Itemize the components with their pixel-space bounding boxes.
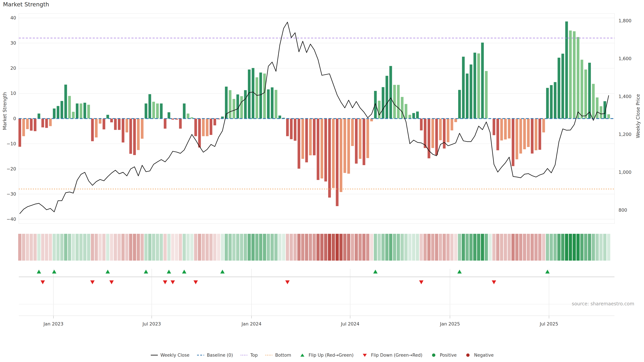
heatmap-cell	[259, 234, 262, 261]
heatmap-cell	[114, 234, 117, 261]
heatmap-cell	[358, 234, 362, 261]
heatmap-cell	[519, 234, 522, 261]
heatmap-cell	[561, 234, 564, 261]
strength-bar	[256, 77, 258, 118]
left-axis-title: Market Strength	[2, 67, 8, 155]
heatmap-cell	[267, 234, 270, 261]
heatmap-cell	[565, 234, 568, 261]
heatmap-cell	[68, 234, 71, 261]
legend-item-circle[interactable]: Positive	[430, 353, 457, 358]
strength-bar	[126, 119, 128, 133]
heatmap-cell	[508, 234, 511, 261]
strength-bar	[290, 119, 293, 139]
strength-bar	[359, 119, 362, 159]
page-root: Market Strength Market Strength Weekly C…	[0, 0, 644, 362]
heatmap-cell	[600, 234, 602, 261]
heatmap-cell	[225, 234, 228, 261]
heatmap-cell	[550, 234, 553, 261]
x-axis-tick-label: Jul 2024	[340, 321, 360, 327]
strength-bar	[428, 119, 430, 158]
flip-up-marker	[457, 270, 462, 274]
heatmap-cell	[41, 234, 44, 261]
flip-up-marker	[373, 270, 378, 274]
heatmap-cell	[496, 234, 499, 261]
heatmap-cell	[427, 234, 430, 261]
legend-item-line[interactable]: Weekly Close	[150, 353, 190, 358]
strength-bar	[390, 66, 392, 119]
heatmap-cell	[164, 234, 167, 261]
heatmap-cell	[424, 234, 427, 261]
strength-bar	[206, 119, 208, 136]
heatmap-cell	[515, 234, 518, 261]
strength-bar	[18, 119, 21, 147]
heatmap-cell	[118, 234, 121, 261]
heatmap-cell	[531, 234, 534, 261]
strength-bar	[450, 119, 453, 131]
heatmap-cell	[133, 234, 136, 261]
strength-bar	[45, 119, 48, 128]
legend-label: Weekly Close	[160, 353, 190, 358]
flip-up-marker	[144, 270, 148, 274]
legend-label: Baseline (0)	[207, 353, 233, 358]
strength-bar	[152, 102, 155, 119]
heatmap-cell	[527, 234, 530, 261]
heatmap-cell	[270, 234, 274, 261]
legend-item-triangle-up[interactable]: Flip Up (Red→Green)	[298, 353, 354, 358]
strength-bar	[351, 119, 354, 146]
legend-item-dot[interactable]: Bottom	[265, 353, 291, 358]
strength-bar	[26, 119, 29, 129]
strength-bar	[447, 119, 450, 142]
heatmap-cell	[492, 234, 496, 261]
strength-bar	[232, 99, 235, 118]
heatmap-cell	[140, 234, 144, 261]
left-axis-tick-label: −10	[6, 141, 16, 146]
strength-bar	[527, 119, 530, 147]
strength-bar	[229, 90, 232, 119]
strength-bar	[569, 30, 572, 118]
strength-bars	[18, 21, 610, 206]
heatmap-cell	[183, 234, 186, 261]
heatmap-cell	[592, 234, 595, 261]
heatmap-cell	[332, 234, 335, 261]
heatmap-cell	[122, 234, 124, 261]
legend-item-dot[interactable]: Top	[240, 353, 258, 358]
heatmap-cell	[366, 234, 369, 261]
heatmap-cell	[98, 234, 102, 261]
heatmap-cell	[381, 234, 384, 261]
strength-bar	[72, 112, 75, 119]
strength-bar	[474, 53, 476, 118]
strength-bar	[263, 73, 266, 119]
circle-swatch-icon	[430, 353, 438, 358]
strength-bar	[397, 85, 400, 118]
strength-bar	[336, 119, 338, 206]
heatmap-cell	[45, 234, 48, 261]
heatmap-cell	[244, 234, 247, 261]
strength-bar	[118, 119, 120, 130]
strength-bar	[477, 53, 480, 119]
heatmap-cell	[228, 234, 232, 261]
legend-item-dash[interactable]: Baseline (0)	[197, 353, 233, 358]
heatmap-cell	[324, 234, 327, 261]
right-axis-tick-label: 1,600	[618, 56, 632, 61]
strength-bar	[137, 119, 140, 150]
right-axis-tick-label: 1,000	[618, 170, 632, 175]
x-axis-tick-label: Jan 2023	[43, 321, 64, 327]
legend-label: Negative	[474, 353, 494, 358]
strength-bar	[592, 84, 595, 118]
strength-bar	[431, 119, 434, 148]
strength-bar	[554, 82, 556, 119]
strength-bar	[535, 119, 537, 150]
legend-item-circle[interactable]: Negative	[464, 353, 494, 358]
heatmap-cell	[408, 234, 412, 261]
line-swatch-icon	[150, 353, 158, 358]
strength-bar	[355, 119, 358, 164]
strength-bar	[313, 119, 316, 155]
heatmap-cell	[94, 234, 98, 261]
heatmap-cell	[580, 234, 584, 261]
strength-bar	[187, 113, 189, 118]
heatmap-cell	[362, 234, 366, 261]
legend-label: Bottom	[275, 353, 291, 358]
strength-bar	[596, 97, 598, 118]
heatmap-cell	[584, 234, 587, 261]
legend-item-triangle-down[interactable]: Flip Down (Green→Red)	[361, 353, 422, 358]
